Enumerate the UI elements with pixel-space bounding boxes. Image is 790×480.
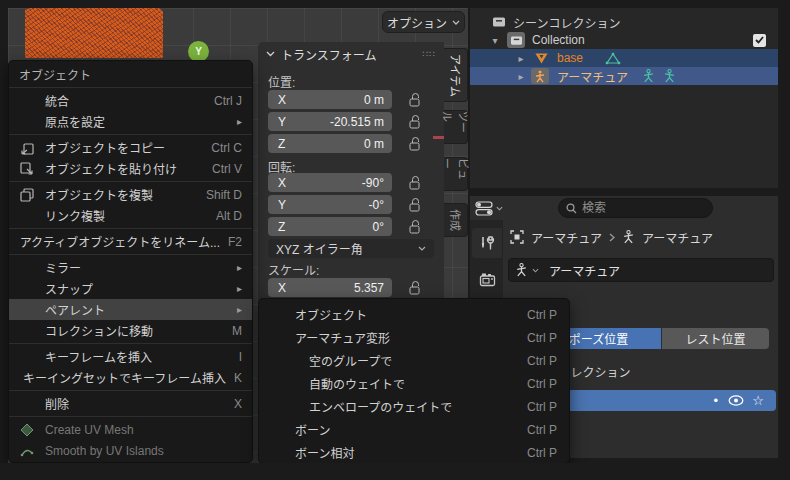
rotation-mode-dropdown[interactable]: XYZ オイラー角 bbox=[268, 239, 434, 258]
submenu-item-with-automatic-weights[interactable]: 自動のウェイトでCtrl P bbox=[259, 372, 569, 395]
submenu-item-with-envelope-weights[interactable]: エンベロープのウェイトでCtrl P bbox=[259, 395, 569, 418]
chevron-down-icon bbox=[496, 206, 503, 211]
breadcrumb-object-name[interactable]: アーマチュア bbox=[531, 229, 602, 246]
star-icon[interactable]: ☆ bbox=[752, 393, 764, 408]
outliner-row-collection[interactable]: ▾ Collection bbox=[470, 31, 778, 49]
submenu-item-with-empty-groups[interactable]: 空のグループでCtrl P bbox=[259, 349, 569, 372]
menu-item-move-to-collection[interactable]: コレクションに移動M bbox=[9, 320, 252, 341]
menu-item-copy-objects[interactable]: オブジェクトをコピーCtrl C bbox=[9, 137, 252, 158]
tool-icon bbox=[479, 235, 495, 252]
location-label: 位置: bbox=[268, 73, 295, 90]
rotation-x-field[interactable]: X -90° bbox=[268, 173, 392, 192]
object-context-menu: オブジェクト 統合Ctrl J 原点を設定▸ オブジェクトをコピーCtrl C … bbox=[8, 60, 253, 463]
panel-drag-handle[interactable]: ∷∷ bbox=[423, 49, 436, 59]
chevron-right-icon[interactable]: ▸ bbox=[516, 53, 526, 64]
armature-name-value: アーマチュア bbox=[549, 262, 620, 279]
sidebar-tab-create[interactable]: 作成 bbox=[444, 203, 468, 237]
object-name-armature: アーマチュア bbox=[557, 68, 628, 85]
location-y-field[interactable]: Y -20.515 m bbox=[268, 112, 392, 131]
paste-icon bbox=[20, 162, 34, 176]
bone-collection-row[interactable]: • ☆ bbox=[540, 390, 776, 411]
menu-item-smooth-by-uv-islands[interactable]: Smooth by UV Islands bbox=[9, 440, 252, 461]
scale-x-field[interactable]: X 5.357 bbox=[268, 278, 392, 297]
menu-separator bbox=[9, 390, 252, 391]
unlock-icon[interactable] bbox=[408, 219, 422, 235]
window-bottom-edge bbox=[0, 463, 790, 480]
menu-separator bbox=[9, 416, 252, 417]
chevron-down-icon bbox=[452, 20, 460, 25]
unlock-icon[interactable] bbox=[408, 114, 422, 130]
axis-gizmo-y[interactable]: Y bbox=[188, 41, 209, 62]
menu-item-parent[interactable]: ペアレント▸ bbox=[9, 299, 252, 320]
menu-separator bbox=[9, 228, 252, 229]
selected-mesh-object[interactable] bbox=[25, 8, 163, 58]
rest-position-button[interactable]: レスト位置 bbox=[662, 328, 769, 349]
tab-tool-properties[interactable] bbox=[472, 228, 502, 258]
menu-item-insert-keyframe-keyingset[interactable]: キーイングセットでキーフレーム挿入K bbox=[9, 367, 252, 388]
menu-separator bbox=[9, 87, 252, 88]
menu-item-create-uv-mesh[interactable]: Create UV Mesh bbox=[9, 419, 252, 440]
object-name-base: base bbox=[557, 51, 583, 65]
sidebar-tab-item[interactable]: アイテム bbox=[444, 48, 468, 102]
armature-data-icon bbox=[515, 263, 528, 277]
chevron-down-icon[interactable]: ▾ bbox=[490, 35, 500, 46]
outliner-row-base[interactable]: ▸ base bbox=[470, 49, 778, 67]
menu-separator bbox=[9, 343, 252, 344]
submenu-item-bone-relative[interactable]: ボーン相対Ctrl P bbox=[259, 441, 569, 464]
object-icon bbox=[510, 230, 524, 244]
sidebar-tab-tool[interactable]: ツール bbox=[444, 110, 468, 144]
active-dot-icon: • bbox=[713, 393, 718, 408]
menu-item-rename-active[interactable]: アクティブオブジェクトをリネーム...F2 bbox=[9, 231, 252, 252]
menu-item-delete[interactable]: 削除X bbox=[9, 393, 252, 414]
menu-item-duplicate-linked[interactable]: リンク複製Alt D bbox=[9, 205, 252, 226]
rotation-z-field[interactable]: Z 0° bbox=[268, 217, 392, 236]
collection-checkbox[interactable] bbox=[753, 34, 766, 47]
copy-icon bbox=[20, 141, 34, 155]
menu-item-duplicate[interactable]: オブジェクトを複製Shift D bbox=[9, 184, 252, 205]
search-box[interactable] bbox=[558, 198, 713, 218]
menu-item-set-origin[interactable]: 原点を設定▸ bbox=[9, 111, 252, 132]
sidebar-tab-view[interactable]: ビュー bbox=[444, 157, 468, 191]
location-z-field[interactable]: Z 0 m bbox=[268, 134, 392, 153]
rotation-y-field[interactable]: Y -0° bbox=[268, 195, 392, 214]
mesh-object-icon bbox=[534, 52, 549, 65]
unlock-icon[interactable] bbox=[408, 280, 422, 296]
menu-item-paste-objects[interactable]: オブジェクトを貼り付けCtrl V bbox=[9, 158, 252, 179]
unlock-icon[interactable] bbox=[408, 136, 422, 152]
transform-panel-header[interactable]: トランスフォーム ∷∷ bbox=[258, 42, 444, 66]
submenu-arrow-icon: ▸ bbox=[237, 283, 242, 294]
breadcrumb-data-name[interactable]: アーマチュア bbox=[642, 229, 713, 246]
options-label: オプション bbox=[387, 14, 447, 31]
transform-panel-title: トランスフォーム bbox=[281, 46, 376, 63]
parent-submenu: オブジェクトCtrl P アーマチュア変形Ctrl P 空のグループでCtrl … bbox=[258, 298, 570, 464]
search-icon bbox=[566, 203, 577, 214]
menu-separator bbox=[9, 181, 252, 182]
chevron-right-icon[interactable]: ▸ bbox=[516, 71, 526, 82]
submenu-arrow-icon: ▸ bbox=[237, 262, 242, 273]
chevron-right-icon bbox=[609, 233, 615, 242]
unlock-icon[interactable] bbox=[408, 92, 422, 108]
outliner-row-armature[interactable]: ▸ アーマチュア bbox=[470, 67, 778, 85]
tab-render-properties[interactable] bbox=[472, 264, 502, 294]
menu-item-insert-keyframe[interactable]: キーフレームを挿入I bbox=[9, 346, 252, 367]
armature-name-field[interactable]: アーマチュア bbox=[508, 258, 774, 282]
menu-item-join[interactable]: 統合Ctrl J bbox=[9, 90, 252, 111]
location-x-field[interactable]: X 0 m bbox=[268, 90, 392, 109]
unlock-icon[interactable] bbox=[408, 175, 422, 191]
unlock-icon[interactable] bbox=[408, 197, 422, 213]
menu-item-snap[interactable]: スナップ▸ bbox=[9, 278, 252, 299]
camera-back-icon bbox=[479, 272, 496, 287]
submenu-item-armature-deform[interactable]: アーマチュア変形Ctrl P bbox=[259, 326, 569, 349]
editor-type-button[interactable] bbox=[475, 198, 505, 218]
menu-item-mirror[interactable]: ミラー▸ bbox=[9, 257, 252, 278]
outliner-row-scene-collection[interactable]: シーンコレクション bbox=[470, 13, 778, 31]
search-input[interactable] bbox=[582, 201, 692, 215]
options-dropdown-button[interactable]: オプション bbox=[382, 11, 465, 33]
submenu-arrow-icon: ▸ bbox=[237, 304, 242, 315]
chevron-down-icon bbox=[266, 51, 275, 57]
eye-icon[interactable] bbox=[728, 395, 744, 406]
submenu-item-object[interactable]: オブジェクトCtrl P bbox=[259, 303, 569, 326]
blender-window: Y オプション トランスフォーム ∷∷ 位置: X 0 m Y -20.515 … bbox=[0, 0, 790, 480]
collection-label: Collection bbox=[532, 33, 585, 47]
submenu-item-bone[interactable]: ボーンCtrl P bbox=[259, 418, 569, 441]
